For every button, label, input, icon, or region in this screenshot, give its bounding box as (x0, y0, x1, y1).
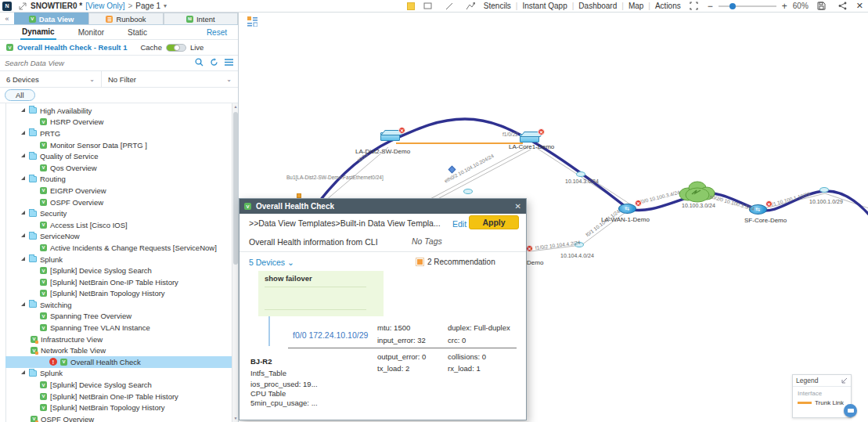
scroll-down-icon[interactable]: ▼ (232, 415, 238, 422)
device-name[interactable]: BJ-R2 (250, 357, 272, 366)
alert-badge-icon[interactable]: ✕ (538, 128, 545, 135)
tree-item-overall-health-check[interactable]: !VOverall Health Check (5, 356, 232, 368)
cli-result-block[interactable]: show failover (258, 271, 384, 316)
expand-arrow-icon[interactable] (21, 370, 25, 374)
page-chevron-icon[interactable]: ▾ (164, 2, 167, 9)
device-la-wan-1-demo[interactable]: ⇆ (618, 204, 636, 214)
devices-expand-link[interactable]: 5 Devices ⌄ (249, 258, 294, 267)
zoom-in-button[interactable]: + (782, 1, 787, 12)
lan-segment-icon[interactable] (463, 189, 473, 194)
draw-line-icon[interactable] (444, 1, 455, 12)
note-icon[interactable] (407, 2, 415, 10)
expand-arrow-icon[interactable] (21, 176, 25, 180)
fit-screen-icon[interactable] (689, 1, 700, 12)
alert-badge-icon[interactable]: ✕ (398, 127, 405, 134)
subtab-static[interactable]: Static (126, 26, 149, 39)
expand-arrow-icon[interactable] (21, 108, 25, 112)
share-icon[interactable] (837, 1, 848, 12)
expand-arrow-icon[interactable] (21, 131, 25, 135)
result-link[interactable]: Overall Health Check - Result 1 (17, 43, 127, 52)
tree-item-routing[interactable]: Routing (5, 174, 232, 186)
menu-stencils[interactable]: Stencils (484, 2, 511, 10)
legend-expand-icon[interactable] (841, 377, 848, 384)
tree-item-eigrp-overview[interactable]: VEIGRP Overview (5, 185, 232, 197)
tree-item-ospf-overview[interactable]: VOSPF Overview (5, 197, 232, 208)
tree-item-splunk-device-syslog-search[interactable]: V[Splunk] Device Syslog Search (5, 265, 232, 276)
all-filter-chip[interactable]: All (5, 89, 35, 101)
zoom-slider-knob[interactable] (729, 3, 736, 9)
tree-item-spanning-tree-overview[interactable]: VSpanning Tree Overview (5, 311, 232, 323)
menu-instant-qapp[interactable]: Instant Qapp (522, 2, 567, 10)
tree-item-splunk-netbrain-topology-history[interactable]: V[Splunk] NetBrain Topology History (5, 288, 232, 300)
collapse-panel-icon[interactable]: « (0, 13, 14, 24)
device-la-core1-demo[interactable] (520, 134, 539, 142)
tree-item-network-table-view[interactable]: VNetwork Table View (5, 344, 232, 356)
expand-arrow-icon[interactable] (21, 211, 25, 215)
tree-item-splunk[interactable]: Splunk (5, 368, 232, 380)
refresh-icon[interactable] (210, 58, 218, 68)
tree-item-splunk-netbrain-one-ip-table-history[interactable]: V[Splunk] NetBrain One-IP Table History (5, 391, 232, 402)
expand-arrow-icon[interactable] (21, 302, 25, 306)
menu-map[interactable]: Map (628, 2, 643, 10)
tree-item-quality-of-service[interactable]: Quality of Service (5, 150, 232, 162)
list-menu-icon[interactable] (225, 59, 233, 67)
device-la-dist2-sw-demo[interactable] (380, 132, 400, 141)
tree-item-splunk-netbrain-one-ip-table-history[interactable]: V[Splunk] NetBrain One-IP Table History (5, 276, 232, 288)
lan-segment-icon[interactable] (819, 187, 829, 193)
zoom-slider[interactable] (719, 5, 776, 7)
alert-badge-icon[interactable]: ✕ (635, 200, 642, 207)
chat-button[interactable] (844, 404, 857, 417)
tree-item-monitor-sensor-data-prtg[interactable]: VMonitor Sensor Data [PRTG ] (5, 139, 232, 151)
cache-live-toggle[interactable] (166, 44, 186, 52)
tree-item-splunk-device-syslog-search[interactable]: V[Splunk] Device Syslog Search (5, 379, 232, 391)
shape-rect-icon[interactable] (423, 1, 434, 12)
tree-item-prtg[interactable]: PRTG (5, 128, 232, 139)
subtab-monitor[interactable]: Monitor (77, 26, 106, 39)
tree-item-switching[interactable]: Switching (5, 299, 232, 311)
alert-badge-icon[interactable]: ✕ (765, 200, 773, 207)
tree-item-high-availability[interactable]: High Availability (5, 105, 232, 117)
tree-item-spanning-tree-vlan-instance[interactable]: VSpanning Tree VLAN Instance (5, 322, 232, 334)
dialog-close-icon[interactable]: ✕ (515, 202, 521, 211)
search-icon[interactable] (195, 58, 203, 68)
expand-arrow-icon[interactable] (21, 233, 25, 237)
tree-item-access-list-cisco-ios[interactable]: VAccess List [Cisco IOS] (5, 219, 232, 231)
filter-dropdown[interactable]: No Filter ⌄ (102, 71, 238, 87)
tree-item-infrastructure-view[interactable]: VInfrastructure View (5, 334, 232, 345)
tree-item-hsrp-overview[interactable]: VHSRP Overview (5, 117, 232, 128)
subtab-dynamic[interactable]: Dynamic (20, 25, 56, 40)
recommendation-label[interactable]: 2 Recommendation (427, 258, 495, 266)
expand-arrow-icon[interactable] (21, 257, 25, 261)
alert-badge-icon[interactable]: ✕ (526, 245, 533, 252)
reset-link[interactable]: Reset (207, 28, 227, 37)
tab-runbook[interactable]: ☰ Runbook (88, 13, 163, 24)
interface-link[interactable]: f0/0 172.24.10.10/29 (293, 330, 368, 340)
search-input[interactable] (5, 59, 195, 67)
tree-item-splunk-netbrain-topology-history[interactable]: V[Splunk] NetBrain Topology History (5, 402, 232, 413)
edit-link[interactable]: Edit (452, 219, 466, 229)
tree-item-active-incidents-change-requests-servicenow[interactable]: VActive Incidents & Change Requests [Ser… (5, 242, 232, 254)
close-map-icon[interactable]: ✕ (856, 1, 863, 11)
apply-button[interactable]: Apply (469, 215, 519, 229)
zoom-out-button[interactable]: − (708, 1, 713, 12)
page-name[interactable]: Page 1 (135, 2, 160, 10)
lan-segment-icon[interactable] (576, 171, 585, 177)
scroll-up-icon[interactable]: ▲ (232, 103, 238, 110)
tree-item-servicenow[interactable]: ServiceNow (5, 231, 232, 243)
devices-dropdown[interactable]: 6 Devices ⌄ (0, 71, 102, 87)
menu-actions[interactable]: Actions (655, 2, 681, 10)
polyline-icon[interactable] (465, 1, 476, 12)
scrollbar-thumb[interactable] (233, 112, 238, 265)
expand-arrow-icon[interactable] (21, 153, 25, 157)
expand-map-icon[interactable] (17, 1, 28, 12)
tree-item-qos-overview[interactable]: VQos Overview (5, 162, 232, 174)
tree-scrollbar[interactable]: ▲ ▼ (232, 103, 238, 422)
tree-item-splunk[interactable]: Splunk (5, 254, 232, 265)
dialog-header[interactable]: V Overall Health Check ✕ (240, 199, 526, 214)
tab-data-view[interactable]: V Data View (14, 13, 88, 24)
tab-intent[interactable]: NI Intent (164, 13, 238, 24)
tree-item-ospf-overview[interactable]: VOSPF Overview (5, 413, 232, 422)
save-icon[interactable] (816, 1, 827, 12)
map-layout-icon[interactable] (247, 16, 258, 27)
menu-dashboard[interactable]: Dashboard (578, 2, 617, 10)
